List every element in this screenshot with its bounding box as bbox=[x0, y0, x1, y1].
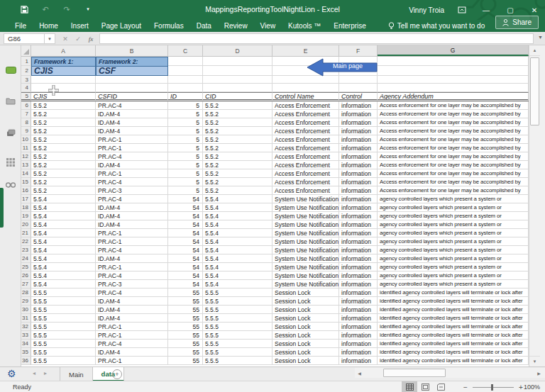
share-button[interactable]: Share bbox=[495, 16, 539, 29]
minimize-button[interactable]: — bbox=[480, 4, 492, 16]
cell-id[interactable]: 54 bbox=[168, 254, 203, 263]
scroll-left-icon[interactable]: ◀ bbox=[355, 368, 364, 378]
cell-csfid[interactable]: ID.AM-4 bbox=[96, 314, 168, 323]
column-header-d[interactable]: D bbox=[203, 45, 272, 56]
cell-control-name[interactable]: System Use Notification bbox=[272, 212, 339, 220]
cell-control[interactable]: information bbox=[339, 357, 378, 365]
cell-control-name[interactable]: Session Lock bbox=[272, 340, 339, 348]
cancel-formula-icon[interactable]: ✕ bbox=[60, 33, 71, 44]
cell-control-name[interactable]: Session Lock bbox=[272, 297, 339, 306]
cell-control-name[interactable]: System Use Notification bbox=[272, 246, 339, 254]
cell-cid[interactable]: 5.5.5 bbox=[203, 357, 272, 365]
cell[interactable] bbox=[378, 76, 529, 84]
cell-csfid[interactable]: ID.AM-4 bbox=[96, 127, 168, 135]
cell-cjis[interactable]: 5.5.2 bbox=[31, 101, 96, 110]
cell-control-name[interactable]: Access Enforcement bbox=[272, 118, 339, 127]
user-name[interactable]: Vinny Troia bbox=[409, 6, 444, 14]
cell-csfid[interactable]: PR.AC-4 bbox=[96, 195, 168, 203]
kutools-pane-icon[interactable] bbox=[5, 65, 16, 74]
cell-csfid[interactable]: PR.AC-1 bbox=[96, 144, 168, 152]
table-header-id[interactable]: ID bbox=[168, 92, 203, 101]
cell-id[interactable]: 5 bbox=[168, 135, 203, 144]
cell-agency-addendum[interactable]: Access enforcement for one layer may be … bbox=[378, 161, 529, 169]
cell-cjis[interactable]: 5.5.4 bbox=[31, 271, 96, 280]
cell-csfid[interactable]: PR.AC-1 bbox=[96, 229, 168, 237]
cell-control[interactable]: information bbox=[339, 348, 378, 357]
cell-control-name[interactable]: Access Enforcement bbox=[272, 178, 339, 186]
cell-agency-addendum[interactable]: identified agency controlled layers will… bbox=[378, 314, 529, 323]
cell-cjis[interactable]: 5.5.5 bbox=[31, 289, 96, 297]
cell-control-name[interactable]: System Use Notification bbox=[272, 280, 339, 289]
cell-cjis[interactable]: 5.5.5 bbox=[31, 357, 96, 365]
cell-cjis[interactable]: 5.5.4 bbox=[31, 246, 96, 254]
cell-control-name[interactable]: Access Enforcement bbox=[272, 161, 339, 169]
cell-control[interactable]: information bbox=[339, 263, 378, 271]
table-header-control-name[interactable]: Control Name bbox=[272, 92, 339, 101]
cell-id[interactable]: 55 bbox=[168, 331, 203, 340]
row-header[interactable]: 15 bbox=[21, 178, 31, 186]
cell-control[interactable]: information bbox=[339, 340, 378, 348]
cell-id[interactable]: 5 bbox=[168, 144, 203, 152]
row-header[interactable]: 22 bbox=[21, 237, 31, 246]
cell-id[interactable]: 5 bbox=[168, 152, 203, 161]
cell-cjis[interactable]: 5.5.2 bbox=[31, 178, 96, 186]
cell[interactable] bbox=[96, 84, 168, 92]
tab-data[interactable]: Data bbox=[190, 20, 218, 32]
cell[interactable] bbox=[272, 84, 339, 92]
cell-control-name[interactable]: Session Lock bbox=[272, 314, 339, 323]
kutools-pane-handle[interactable] bbox=[0, 188, 4, 228]
cell-csfid[interactable]: PR.AC-1 bbox=[96, 263, 168, 271]
cell-a2-framework1-value[interactable]: CJIS bbox=[31, 66, 96, 76]
cell-csfid[interactable]: ID.AM-4 bbox=[96, 297, 168, 306]
cell-control-name[interactable]: Session Lock bbox=[272, 348, 339, 357]
cell-control[interactable]: information bbox=[339, 220, 378, 229]
enter-formula-icon[interactable]: ✓ bbox=[72, 33, 84, 44]
maximize-button[interactable]: ▢ bbox=[504, 4, 517, 16]
cell-agency-addendum[interactable]: Access enforcement for one layer may be … bbox=[378, 169, 529, 178]
cell-agency-addendum[interactable]: identified agency controlled layers will… bbox=[378, 289, 529, 297]
cell-control-name[interactable]: Session Lock bbox=[272, 357, 339, 365]
cell-id[interactable]: 54 bbox=[168, 195, 203, 203]
cell-id[interactable]: 54 bbox=[168, 271, 203, 280]
tab-kutools[interactable]: Kutools ™ bbox=[282, 20, 327, 32]
cell-cjis[interactable]: 5.5.4 bbox=[31, 254, 96, 263]
cell-control[interactable]: information bbox=[339, 135, 378, 144]
row-header[interactable]: 27 bbox=[21, 280, 31, 289]
cell-cid[interactable]: 5.5.2 bbox=[203, 152, 272, 161]
cell-csfid[interactable]: PR.AC-1 bbox=[96, 357, 168, 365]
cell[interactable] bbox=[339, 76, 378, 84]
cell-control[interactable]: information bbox=[339, 271, 378, 280]
cell-control[interactable]: information bbox=[339, 314, 378, 323]
scroll-right-icon[interactable]: ▶ bbox=[534, 368, 544, 378]
row-header[interactable]: 34 bbox=[21, 340, 31, 348]
cell-control-name[interactable]: System Use Notification bbox=[272, 220, 339, 229]
cell-agency-addendum[interactable]: agency controlled layers which present a… bbox=[378, 220, 529, 229]
cell-id[interactable]: 5 bbox=[168, 101, 203, 110]
row-header[interactable]: 24 bbox=[21, 254, 31, 263]
cell-cid[interactable]: 5.5.5 bbox=[203, 331, 272, 340]
cell-cid[interactable]: 5.5.4 bbox=[203, 271, 272, 280]
row-header-5[interactable]: 5 bbox=[21, 92, 31, 101]
cell-csfid[interactable]: PR.AC-4 bbox=[96, 101, 168, 110]
cell[interactable] bbox=[378, 84, 529, 92]
row-header[interactable]: 20 bbox=[21, 220, 31, 229]
cell-control-name[interactable]: System Use Notification bbox=[272, 229, 339, 237]
cell-agency-addendum[interactable]: identified agency controlled layers will… bbox=[378, 297, 529, 306]
cell-cid[interactable]: 5.5.4 bbox=[203, 237, 272, 246]
cell-cjis[interactable]: 5.5.2 bbox=[31, 118, 96, 127]
cell[interactable] bbox=[203, 76, 272, 84]
table-header-csfid[interactable]: CSFID bbox=[96, 92, 168, 101]
zoom-slider-track[interactable] bbox=[473, 387, 514, 388]
row-header[interactable]: 29 bbox=[21, 297, 31, 306]
row-header-4[interactable]: 4 bbox=[21, 84, 31, 92]
cell-cid[interactable]: 5.5.4 bbox=[203, 263, 272, 271]
ribbon-display-options-icon[interactable] bbox=[456, 4, 468, 16]
cell-cid[interactable]: 5.5.4 bbox=[203, 195, 272, 203]
cell-cjis[interactable]: 5.5.2 bbox=[31, 152, 96, 161]
cell-id[interactable]: 5 bbox=[168, 110, 203, 118]
cell-agency-addendum[interactable]: agency controlled layers which present a… bbox=[378, 254, 529, 263]
column-header-f[interactable]: F bbox=[339, 45, 378, 56]
column-header-e[interactable]: E bbox=[272, 45, 339, 56]
zoom-out-icon[interactable]: − bbox=[463, 383, 468, 391]
insert-function-icon[interactable]: fx bbox=[85, 33, 97, 44]
